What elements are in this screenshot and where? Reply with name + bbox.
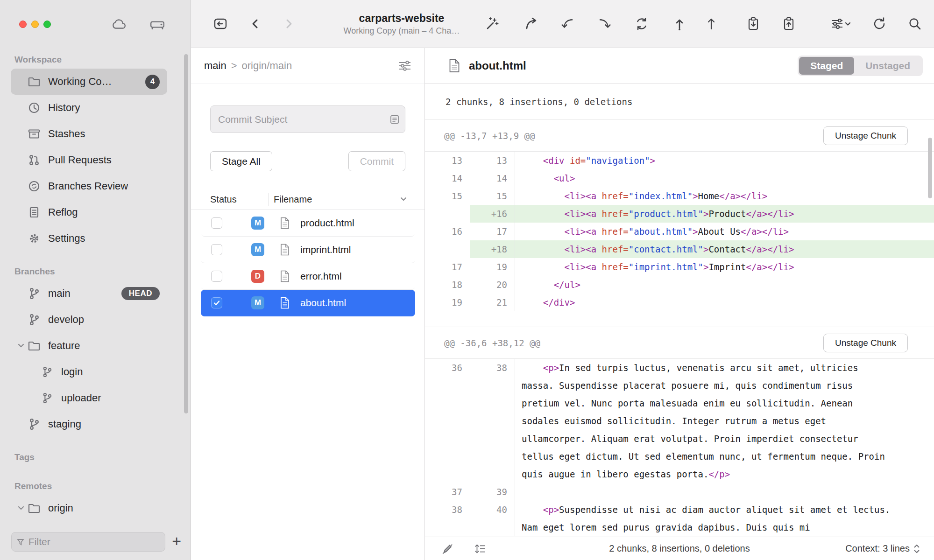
sidebar-scrollbar[interactable] [184,54,188,413]
back-button[interactable] [248,16,263,32]
diff-code [515,483,934,501]
sync-icon[interactable] [634,16,650,32]
diff-line[interactable]: 3840 <p>Suspendisse ut nisi ac diam auct… [425,501,934,536]
sidebar-item-branch-staging[interactable]: staging [11,411,167,437]
diff-line[interactable]: 3638 <p>In sed turpis luctus, venenatis … [425,359,934,483]
remotes-section-header: Remotes [0,476,191,495]
sidebar-item-branch-develop[interactable]: develop [11,307,167,333]
stash-apply-icon[interactable] [781,16,797,32]
breadcrumb-remote[interactable]: origin/main [242,60,292,72]
stage-checkbox[interactable] [211,271,222,282]
local-repositories-icon[interactable] [149,18,165,30]
cloud-accounts-icon[interactable] [111,18,127,30]
diff-line-added[interactable]: +16 <li><a href="product.html">Product</… [425,205,934,223]
sidebar-item-reflog[interactable]: Reflog [11,199,167,225]
status-badge-modified: M [251,296,264,309]
stage-checkbox-checked[interactable] [211,297,222,308]
chunk-header: @@ -13,7 +13,9 @@ Unstage Chunk [425,120,934,152]
forward-button[interactable] [281,16,297,32]
unstage-chunk-button[interactable]: Unstage Chunk [823,334,908,352]
column-header-filename[interactable]: Filename [274,194,312,205]
line-spacing-icon[interactable] [474,542,487,555]
diff-file-header: about.html Staged Unstaged [425,48,934,84]
whitespace-toggle-icon[interactable] [441,542,454,555]
zoom-window-button[interactable] [43,21,51,28]
sort-chevron-icon[interactable] [400,197,407,202]
context-lines-control[interactable]: Context: 3 lines [845,543,920,554]
file-filter-options-icon[interactable] [397,60,412,72]
diff-line[interactable]: 1820 </ul> [425,276,934,294]
minimize-window-button[interactable] [31,21,39,28]
changed-files-table: Status Filename M product.html [191,189,425,560]
unstaged-tab[interactable]: Unstaged [854,57,921,75]
commit-subject-input[interactable] [210,105,405,133]
file-name: error.html [300,271,342,282]
file-row[interactable]: D error.html [201,263,415,290]
sidebar-item-label: main [48,287,71,300]
chevron-down-icon[interactable] [15,504,27,512]
stage-checkbox[interactable] [211,217,222,229]
commit-button[interactable]: Commit [348,151,405,171]
sidebar-item-remote-origin[interactable]: origin [11,495,167,521]
view-options-icon[interactable] [829,16,851,32]
quick-launch-wand-icon[interactable] [484,16,500,32]
add-repository-button[interactable]: + [172,533,181,551]
diff-line[interactable]: 1414 <ul> [425,169,934,187]
staged-tab[interactable]: Staged [799,57,854,75]
diff-line-added[interactable]: +18 <li><a href="contact.html">Contact</… [425,240,934,258]
diff-scrollbar[interactable] [928,138,932,198]
stash-save-icon[interactable] [745,16,761,32]
unstage-chunk-button[interactable]: Unstage Chunk [823,126,908,145]
chevron-down-icon[interactable] [15,342,27,350]
new-line-number: 15 [470,187,515,205]
diff-line[interactable]: 1515 <li><a href="index.html">Home</a></… [425,187,934,205]
sidebar-item-branch-group-feature[interactable]: feature [11,333,167,359]
fetch-icon[interactable] [560,16,576,32]
close-window-button[interactable] [19,21,27,28]
stage-all-button[interactable]: Stage All [210,151,272,171]
diff-code: <li><a href="imprint.html">Imprint</a></… [515,258,934,276]
pull-icon[interactable] [596,16,612,32]
file-name: product.html [300,217,354,229]
sidebar-item-settings[interactable]: Settings [11,225,167,252]
sidebar-item-branches-review[interactable]: Branches Review [11,173,167,199]
sidebar-item-history[interactable]: History [11,95,167,121]
diff-line[interactable]: 3739 [425,483,934,501]
branches-review-icon [27,180,42,193]
column-header-status[interactable]: Status [210,194,237,205]
file-row-selected[interactable]: M about.html [201,290,415,316]
file-icon [280,270,291,282]
sidebar-item-stashes[interactable]: Stashes [11,121,167,147]
diff-line[interactable]: 1313 <div id="navigation"> [425,152,934,169]
commit-message-expand-icon[interactable] [389,114,400,125]
branch-icon [27,313,42,326]
repo-switcher-icon[interactable] [212,16,228,32]
diff-line[interactable]: 1921 </div> [425,294,934,311]
diff-line[interactable]: 1719 <li><a href="imprint.html">Imprint<… [425,258,934,276]
sidebar-item-pull-requests[interactable]: Pull Requests [11,147,167,173]
refresh-icon[interactable] [871,16,887,32]
stage-checkbox[interactable] [211,244,222,255]
file-row[interactable]: M product.html [201,210,415,237]
new-line-number: 40 [470,501,515,536]
file-row[interactable]: M imprint.html [201,237,415,263]
new-line-number: 19 [470,258,515,276]
sidebar-item-branch-uploader[interactable]: uploader [24,385,167,411]
old-line-number: 18 [425,276,470,294]
checkout-arrow-icon[interactable] [524,16,540,32]
sidebar-item-branch-login[interactable]: login [24,359,167,385]
filter-input[interactable] [28,536,160,547]
sidebar-item-branch-main[interactable]: main HEAD [11,280,167,307]
traffic-lights [19,21,51,28]
search-icon[interactable] [907,16,923,32]
filter-field[interactable] [11,532,165,552]
arrow-up-icon[interactable] [703,16,719,32]
breadcrumb-branch[interactable]: main [204,60,226,72]
push-icon[interactable] [672,16,687,32]
diff-code: </ul> [515,276,934,294]
sidebar-item-working-copy[interactable]: Working Co… 4 [11,69,167,95]
breadcrumb[interactable]: main > origin/main [204,60,292,72]
diff-line[interactable]: 1617 <li><a href="about.html">About Us</… [425,223,934,240]
folder-icon [27,339,42,352]
status-badge-modified: M [251,217,264,230]
